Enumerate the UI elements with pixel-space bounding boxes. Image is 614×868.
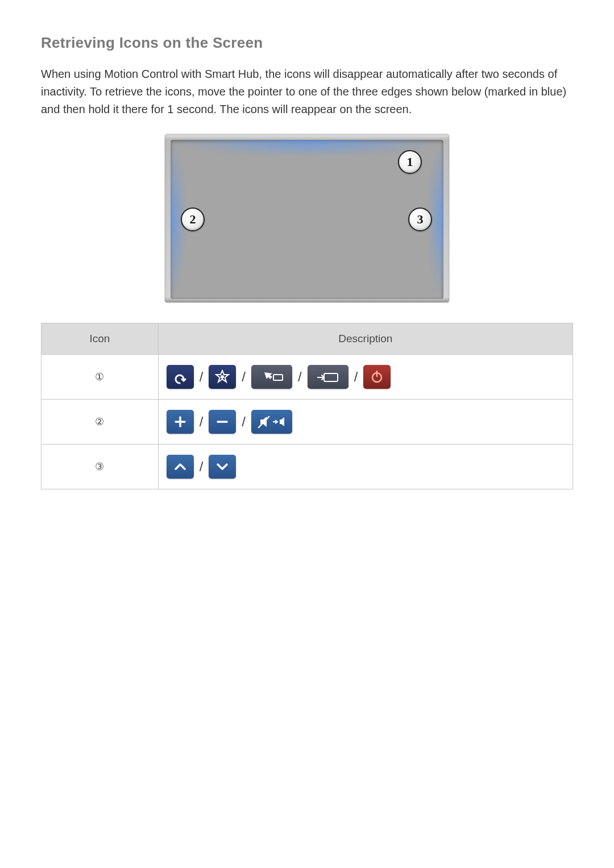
separator-icon: / bbox=[197, 459, 206, 475]
page-root: Retrieving Icons on the Screen When usin… bbox=[0, 0, 614, 868]
separator-icon: / bbox=[352, 369, 360, 385]
separator-icon: / bbox=[239, 414, 248, 430]
channel-up-icon bbox=[167, 455, 194, 479]
power-icon bbox=[363, 365, 391, 389]
page-title: Retrieving Icons on the Screen bbox=[41, 34, 573, 52]
separator-icon: / bbox=[296, 369, 304, 385]
row-label: ③ bbox=[42, 445, 159, 489]
svg-rect-2 bbox=[273, 375, 283, 380]
intro-paragraph: When using Motion Control with Smart Hub… bbox=[41, 65, 573, 118]
tv-screen: 1 2 3 bbox=[171, 140, 443, 299]
smarthub-icon bbox=[209, 365, 236, 389]
separator-icon: / bbox=[197, 369, 206, 385]
separator-icon: / bbox=[197, 414, 206, 430]
col-header-description: Description bbox=[158, 323, 572, 355]
svg-line-9 bbox=[259, 417, 269, 427]
svg-point-1 bbox=[221, 375, 224, 379]
row-description: / / / / bbox=[158, 355, 572, 400]
callout-1: 1 bbox=[398, 150, 422, 174]
volume-down-icon bbox=[209, 410, 236, 434]
row-description: / bbox=[158, 445, 572, 489]
row-description: / / bbox=[158, 400, 572, 445]
separator-icon: / bbox=[239, 369, 248, 385]
volume-up-icon bbox=[167, 410, 194, 434]
row-label: ① bbox=[42, 355, 159, 400]
pointer-icon bbox=[251, 365, 292, 389]
mute-icon bbox=[251, 410, 292, 434]
tv-diagram: 1 2 3 bbox=[165, 134, 449, 302]
table-row: ② / / bbox=[42, 400, 573, 445]
icon-description-table: Icon Description ① / / bbox=[41, 323, 573, 489]
row-label: ② bbox=[42, 400, 159, 445]
source-icon bbox=[308, 365, 349, 389]
table-row: ① / / / bbox=[42, 355, 573, 400]
table-row: ③ / bbox=[42, 445, 573, 489]
return-icon bbox=[167, 365, 194, 389]
col-header-icon: Icon bbox=[42, 323, 159, 355]
tv-frame: 1 2 3 bbox=[165, 134, 449, 302]
callout-2: 2 bbox=[181, 207, 205, 231]
callout-3: 3 bbox=[408, 207, 432, 231]
channel-down-icon bbox=[209, 455, 236, 479]
svg-rect-3 bbox=[324, 373, 338, 381]
